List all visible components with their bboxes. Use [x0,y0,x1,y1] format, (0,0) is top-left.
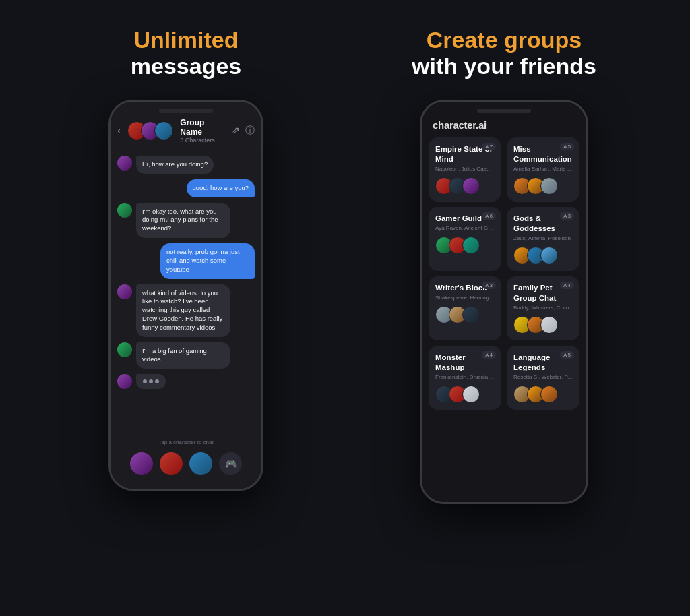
group-members: Aya Raven, Ancient Game M... [435,225,495,231]
msg-row: I'm a big fan of gaming videos [117,342,255,369]
avatar-3 [154,121,173,140]
group-members: Amelia Earhart, Marie Curie... [513,166,573,172]
group-avatar [540,247,558,264]
groups-grid: A 7 Empire State of Mind Napoleon, Juliu… [422,137,586,417]
right-heading-line2: with your friends [412,53,596,80]
bottom-avatars: 🎮 [117,452,255,475]
group-avatar [462,177,480,195]
msg-avatar [117,203,132,218]
group-card-gods[interactable]: A 3 Gods & Goddesses Zeus, Athena, Posei… [507,207,579,271]
phone-left: ‹ Group Name 3 Characters ⇗ ⓘ [108,100,263,491]
phone-screen-right: character.ai A 7 Empire State of Mind Na… [422,102,586,502]
right-panel: Create groups with your friends characte… [345,20,663,504]
right-heading: Create groups with your friends [412,27,596,80]
group-members: Frankenstein, Dracula, Ghost [435,374,495,380]
group-card-pets[interactable]: A 4 Family Pet Group Chat Buddy, Whisker… [507,276,579,340]
group-avatars [435,306,495,324]
msg-bubble: I'm okay too, what are you doing rn? any… [136,203,230,238]
dot [149,379,153,383]
group-badge: A 4 [482,351,496,359]
msg-avatar [117,342,132,357]
msg-row-right: good, how are you? [117,179,255,197]
bottom-avatar-2[interactable] [160,452,183,475]
right-heading-line1: Create groups [412,27,596,53]
msg-row: what kind of videos do you like to watch… [117,284,255,337]
group-badge: A 7 [482,143,496,150]
msg-bubble-blue: good, how are you? [187,179,255,197]
dot [155,379,159,383]
group-avatars [435,177,495,195]
chat-bottom: Tap a character to chat 🎮 [111,434,261,489]
msg-avatar [117,374,132,389]
chat-header: ‹ Group Name 3 Characters ⇗ ⓘ [111,102,261,150]
group-avatars [513,316,573,334]
group-members: Shakespeare, Hemingway, M... [435,295,495,301]
header-avatar-group [127,121,173,140]
group-avatar [462,386,480,403]
group-name: Group Name [180,118,228,137]
group-avatar [462,306,480,324]
group-avatars [513,177,573,195]
info-icon[interactable]: ⓘ [245,125,255,137]
msg-avatar [117,156,132,171]
back-arrow-icon[interactable]: ‹ [117,125,121,137]
group-card-writers[interactable]: A 3 Writer's Block Shakespeare, Hemingwa… [429,276,501,340]
group-avatars [435,386,495,403]
group-avatars [435,237,495,254]
bottom-avatar-3[interactable] [189,452,212,475]
bottom-avatar-1[interactable] [130,452,153,475]
header-info: Group Name 3 Characters [180,118,228,144]
messages-area: Hi, how are you doing? good, how are you… [111,150,261,434]
group-badge: A 5 [560,351,574,359]
app-name: character.ai [422,102,586,137]
phone-screen-left: ‹ Group Name 3 Characters ⇗ ⓘ [111,102,261,489]
msg-row-right: not really, prob gonna just chill and wa… [117,243,255,278]
group-card-monster[interactable]: A 4 Monster Mashup Frankenstein, Dracula… [429,346,501,410]
group-avatar [540,177,558,195]
group-members: Rosetta S., Webster, P. Glyph [513,374,573,380]
group-members: Zeus, Athena, Poseidon [513,235,573,241]
msg-row: Hi, how are you doing? [117,156,255,174]
group-card-gamer[interactable]: A 6 Gamer Guild Aya Raven, Ancient Game … [429,207,501,271]
msg-row: I'm okay too, what are you doing rn? any… [117,203,255,238]
left-panel: Unlimited messages ‹ Group Name 3 Charac… [27,20,345,491]
group-avatars [513,386,573,403]
main-container: Unlimited messages ‹ Group Name 3 Charac… [0,0,690,616]
group-sub: 3 Characters [180,137,228,144]
group-avatar [540,386,558,403]
left-heading-line2: messages [131,53,241,80]
group-members: Buddy, Whiskers, Coco [513,305,573,311]
msg-row-typing [117,374,255,389]
header-icons: ⇗ ⓘ [232,125,255,137]
group-card-miss[interactable]: A 5 Miss Communication Amelia Earhart, M… [507,137,579,202]
msg-bubble: Hi, how are you doing? [136,156,214,174]
group-badge: A 3 [560,212,574,220]
dot [143,379,147,383]
msg-bubble: what kind of videos do you like to watch… [136,284,230,337]
phone-right: character.ai A 7 Empire State of Mind Na… [420,100,588,504]
left-heading-line1: Unlimited [131,27,241,53]
group-avatars [513,247,573,264]
group-badge: A 5 [560,143,574,150]
share-icon[interactable]: ⇗ [232,125,240,137]
group-badge: A 6 [482,212,496,220]
bottom-avatar-game[interactable]: 🎮 [219,452,242,475]
msg-bubble: I'm a big fan of gaming videos [136,342,230,369]
typing-indicator [136,374,166,389]
group-card-empire[interactable]: A 7 Empire State of Mind Napoleon, Juliu… [429,137,501,202]
group-badge: A 4 [560,282,574,289]
group-badge: A 3 [482,282,496,289]
group-members: Napoleon, Julius Caesar, Ge... [435,166,495,172]
msg-avatar [117,284,132,299]
left-heading: Unlimited messages [131,27,241,80]
tap-hint: Tap a character to chat [117,439,255,445]
msg-bubble-blue: not really, prob gonna just chill and wa… [160,243,255,278]
group-card-language[interactable]: A 5 Language Legends Rosetta S., Webster… [507,346,579,410]
group-avatar [540,316,558,334]
group-avatar [462,237,480,254]
